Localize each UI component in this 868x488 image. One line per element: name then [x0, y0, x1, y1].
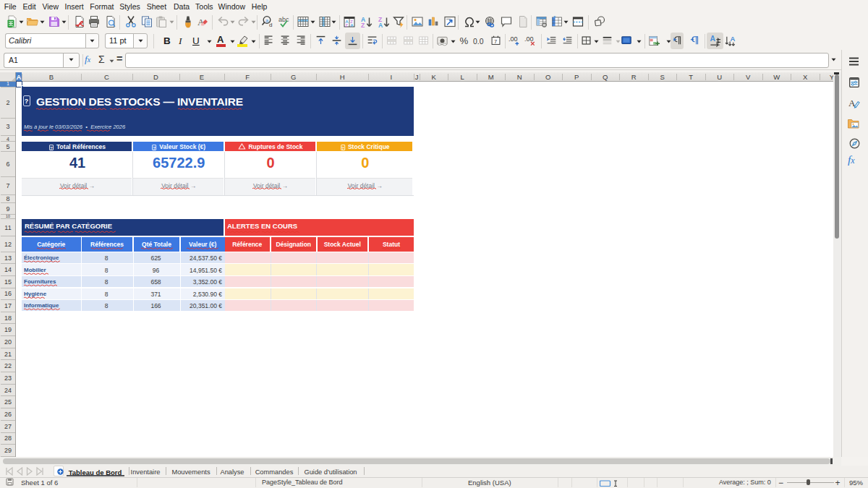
svg-text:7: 7 [494, 38, 497, 45]
svg-text:A: A [378, 22, 383, 29]
svg-text:A: A [350, 23, 354, 27]
svg-text:0.0: 0.0 [473, 38, 484, 46]
svg-text:.00: .00 [524, 35, 533, 43]
svg-text:Z: Z [345, 23, 348, 27]
svg-text:%: % [459, 35, 468, 46]
svg-text:A: A [730, 35, 735, 43]
svg-text:Z: Z [361, 22, 365, 29]
svg-text:.00: .00 [509, 35, 517, 43]
svg-text:A: A [710, 35, 715, 43]
svg-text:d: d [269, 22, 272, 28]
svg-text:abc: abc [278, 16, 289, 23]
